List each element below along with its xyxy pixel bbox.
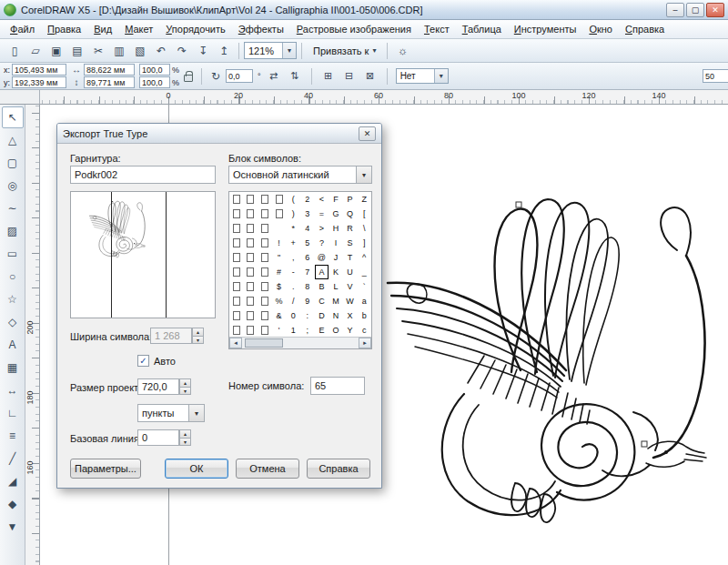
spinner-up-icon[interactable]: ▴: [179, 378, 191, 388]
char-cell[interactable]: ;: [300, 323, 315, 337]
char-cell[interactable]: M: [329, 294, 343, 308]
char-cell[interactable]: .: [286, 279, 300, 294]
ruler-origin-corner[interactable]: [0, 90, 40, 105]
char-cell[interactable]: V: [343, 279, 358, 294]
char-cell[interactable]: [258, 250, 272, 265]
close-button[interactable]: ✕: [706, 3, 724, 17]
char-cell[interactable]: [244, 279, 258, 294]
ellipse-tool[interactable]: ○: [2, 266, 24, 288]
char-cell[interactable]: 1: [286, 323, 300, 337]
scale-x-field[interactable]: 100,0: [139, 64, 170, 76]
chevron-down-icon[interactable]: ▾: [356, 166, 371, 183]
wrap-text-icon[interactable]: ⊞: [320, 68, 337, 85]
char-cell[interactable]: [244, 207, 258, 221]
char-cell[interactable]: G: [329, 207, 343, 221]
zoom-level-combo[interactable]: 121% ▾: [244, 42, 297, 59]
char-cell[interactable]: ,: [286, 250, 300, 265]
char-cell[interactable]: /: [286, 294, 300, 308]
char-cell[interactable]: [258, 294, 272, 308]
auto-checkbox[interactable]: ✓ Авто: [137, 355, 176, 367]
char-cell[interactable]: [244, 265, 258, 279]
mirror-horizontal-icon[interactable]: ⇄: [266, 68, 282, 85]
menu-item-текст[interactable]: Текст: [418, 21, 456, 37]
scrollbar-thumb[interactable]: [245, 338, 283, 348]
char-cell[interactable]: 5: [300, 236, 315, 250]
cut-icon[interactable]: ✂: [88, 41, 108, 61]
char-cell[interactable]: 6: [300, 250, 315, 265]
char-cell[interactable]: 9: [300, 294, 315, 308]
char-cell[interactable]: J: [329, 250, 343, 265]
export-icon[interactable]: ↥: [214, 41, 234, 61]
units-combo[interactable]: пункты ▾: [137, 404, 205, 422]
char-cell[interactable]: [: [357, 207, 371, 221]
outline-width-combo[interactable]: Нет ▾: [396, 68, 449, 84]
baseline-field[interactable]: 0: [137, 429, 179, 446]
spinner-down-icon[interactable]: ▾: [179, 439, 191, 447]
char-cell[interactable]: b: [357, 308, 371, 323]
chevron-down-icon[interactable]: ▾: [188, 405, 204, 421]
title-bar[interactable]: CorelDRAW X5 - [D:\Дизайн Вышивок\КлипАр…: [0, 0, 728, 20]
char-cell[interactable]: [258, 207, 272, 221]
char-cell[interactable]: 2: [300, 192, 315, 207]
spinner-up-icon[interactable]: ▴: [179, 429, 191, 439]
char-cell[interactable]: a: [357, 294, 371, 308]
char-cell[interactable]: [229, 207, 244, 221]
char-cell[interactable]: :: [300, 308, 315, 323]
scale-y-field[interactable]: 100,0: [139, 76, 170, 88]
char-cell[interactable]: *: [286, 221, 300, 236]
drawing-canvas[interactable]: Экспорт True Type ✕ Гарнитура: Podkr002 …: [40, 105, 728, 565]
char-cell[interactable]: O: [329, 323, 343, 337]
char-cell[interactable]: X: [343, 308, 358, 323]
char-cell[interactable]: [258, 279, 272, 294]
menu-item-инструменты[interactable]: Инструменты: [508, 21, 583, 37]
char-cell[interactable]: [244, 294, 258, 308]
char-cell[interactable]: [244, 308, 258, 323]
mirror-vertical-icon[interactable]: ⇅: [287, 68, 303, 85]
polygon-tool[interactable]: ☆: [2, 288, 24, 310]
menu-item-макет[interactable]: Макет: [118, 21, 159, 37]
char-cell[interactable]: c: [357, 323, 371, 337]
smart-fill-tool[interactable]: ▨: [2, 220, 24, 242]
menu-item-файл[interactable]: Файл: [4, 21, 41, 37]
new-document-icon[interactable]: ▯: [5, 41, 25, 61]
char-cell[interactable]: [229, 279, 244, 294]
char-cell[interactable]: [258, 323, 272, 337]
menu-item-окно[interactable]: Окно: [582, 21, 619, 37]
options-button[interactable]: Параметры...: [70, 459, 141, 479]
char-cell[interactable]: ?: [315, 236, 329, 250]
char-cell[interactable]: W: [343, 294, 358, 308]
char-cell[interactable]: I: [329, 236, 343, 250]
horizontal-ruler[interactable]: 020406080100120140: [40, 90, 728, 105]
char-cell[interactable]: Y: [343, 323, 358, 337]
char-cell[interactable]: [258, 308, 272, 323]
char-cell[interactable]: _: [357, 265, 371, 279]
save-icon[interactable]: ▣: [46, 41, 66, 61]
redo-icon[interactable]: ↷: [172, 41, 192, 61]
typeface-input[interactable]: Podkr002: [70, 166, 216, 184]
spinner-down-icon[interactable]: ▾: [179, 388, 191, 396]
char-cell[interactable]: +: [286, 236, 300, 250]
char-cell[interactable]: #: [272, 265, 287, 279]
grid-horizontal-scrollbar[interactable]: ◂ ▸: [229, 337, 371, 348]
char-cell[interactable]: (: [286, 192, 300, 207]
char-cell[interactable]: -: [286, 265, 300, 279]
y-position-field[interactable]: 192,339 мм: [12, 76, 66, 88]
char-cell[interactable]: %: [272, 294, 287, 308]
char-cell[interactable]: F: [329, 192, 343, 207]
char-cell[interactable]: N: [329, 308, 343, 323]
eyedropper-tool[interactable]: ╱: [2, 448, 24, 469]
char-cell[interactable]: [244, 323, 258, 337]
char-cell[interactable]: `: [357, 279, 371, 294]
char-cell[interactable]: [244, 236, 258, 250]
minimize-button[interactable]: –: [666, 3, 684, 17]
char-cell[interactable]: [229, 265, 244, 279]
char-cell[interactable]: [258, 236, 272, 250]
char-cell[interactable]: P: [343, 192, 358, 207]
char-cell[interactable]: 4: [300, 221, 315, 236]
cancel-button[interactable]: Отмена: [236, 459, 299, 479]
import-icon[interactable]: ↧: [193, 41, 213, 61]
open-icon[interactable]: ▱: [25, 41, 46, 61]
menu-item-таблица[interactable]: Таблица: [456, 21, 508, 37]
char-cell[interactable]: $: [272, 279, 287, 294]
char-cell[interactable]: Q: [343, 207, 358, 221]
